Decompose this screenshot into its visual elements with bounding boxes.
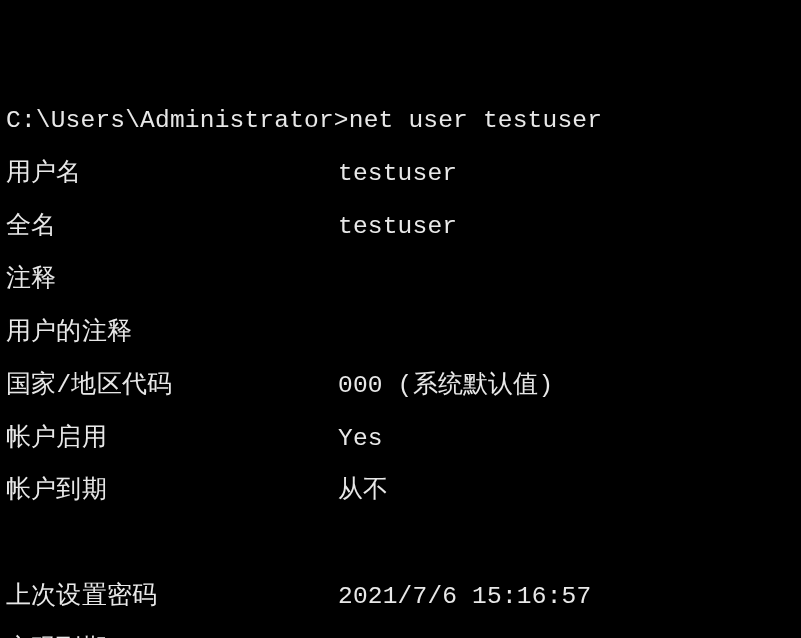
row-label: 上次设置密码 xyxy=(6,584,338,610)
output-row: 帐户启用Yes xyxy=(6,426,801,453)
output-row: 全名testuser xyxy=(6,214,801,241)
row-value: 从不 xyxy=(338,478,388,504)
row-value: 2021/7/6 15:16:57 xyxy=(338,584,591,610)
output-row: 用户名testuser xyxy=(6,161,801,188)
prompt: C:\Users\Administrator> xyxy=(6,107,349,134)
row-value: Yes xyxy=(338,426,383,452)
output-row: 注释 xyxy=(6,267,801,294)
output-row xyxy=(6,531,801,558)
row-value: 000 (系统默认值) xyxy=(338,373,553,399)
command-line[interactable]: C:\Users\Administrator>net user testuser xyxy=(6,108,801,135)
row-label: 帐户到期 xyxy=(6,478,338,504)
row-value: testuser xyxy=(338,161,457,187)
output-row: 用户的注释 xyxy=(6,320,801,347)
output-row: 国家/地区代码000 (系统默认值) xyxy=(6,373,801,400)
row-label: 注释 xyxy=(6,267,338,293)
row-label: 国家/地区代码 xyxy=(6,373,338,399)
row-value: testuser xyxy=(338,214,457,240)
command-text: net user testuser xyxy=(349,107,602,134)
row-label: 用户名 xyxy=(6,161,338,187)
output-row: 上次设置密码2021/7/6 15:16:57 xyxy=(6,584,801,611)
row-label: 全名 xyxy=(6,214,338,240)
row-label: 用户的注释 xyxy=(6,320,338,346)
output-row: 帐户到期从不 xyxy=(6,478,801,505)
row-label: 帐户启用 xyxy=(6,426,338,452)
